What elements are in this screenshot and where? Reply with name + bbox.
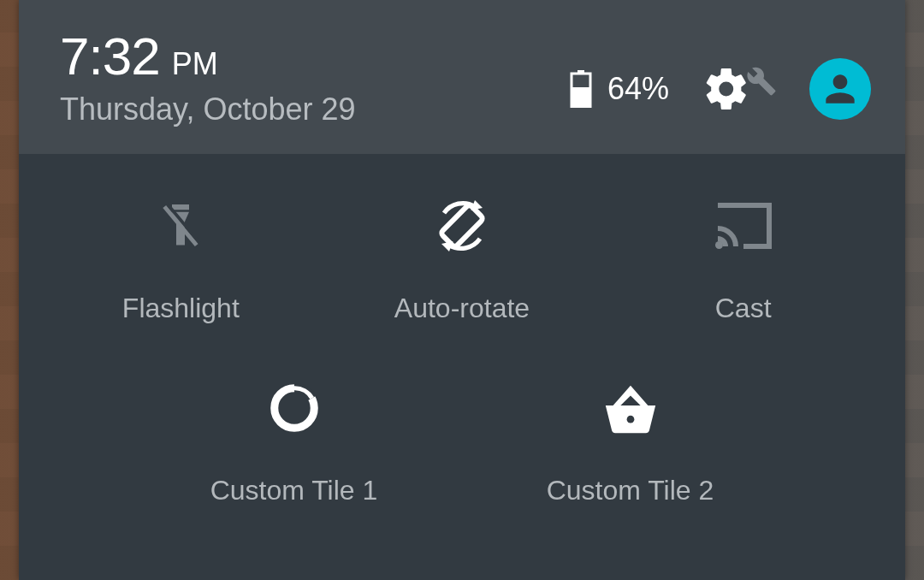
tile-label: Custom Tile 2 [547, 475, 714, 506]
shopping-basket-icon [600, 377, 661, 439]
tile-flashlight[interactable]: Flashlight [44, 195, 317, 324]
clock-ampm: PM [172, 46, 218, 82]
panel-header: 7:32 PM Thursday, October 29 64% [19, 0, 905, 154]
person-icon [819, 68, 862, 110]
wrench-icon [751, 81, 777, 97]
auto-rotate-icon [431, 195, 493, 257]
tiles-area: Flashlight Auto-rotate [19, 154, 905, 580]
tile-auto-rotate[interactable]: Auto-rotate [326, 195, 599, 324]
svg-point-14 [626, 416, 634, 423]
gear-icon [702, 64, 751, 114]
clock-time: 7:32 [60, 26, 160, 86]
clock-area[interactable]: 7:32 PM Thursday, October 29 [60, 26, 356, 127]
settings-button[interactable] [702, 64, 777, 114]
battery-indicator[interactable]: 64% [570, 70, 669, 108]
quick-settings-panel: 7:32 PM Thursday, October 29 64% [19, 0, 905, 580]
tile-label: Custom Tile 1 [210, 475, 378, 506]
clock-date: Thursday, October 29 [60, 92, 356, 127]
svg-rect-3 [172, 204, 189, 210]
tile-label: Cast [715, 293, 772, 324]
tile-custom-1[interactable]: Custom Tile 1 [130, 377, 458, 506]
tile-label: Flashlight [122, 293, 240, 324]
user-avatar[interactable] [809, 58, 871, 120]
tile-label: Auto-rotate [394, 293, 530, 324]
battery-percent: 64% [607, 71, 669, 107]
svg-point-10 [715, 241, 723, 249]
data-usage-icon [264, 377, 325, 439]
flashlight-off-icon [150, 195, 211, 257]
svg-rect-2 [572, 87, 590, 108]
status-area: 64% [570, 58, 871, 120]
battery-icon [570, 70, 592, 108]
tile-cast[interactable]: Cast [607, 195, 880, 324]
tile-custom-2[interactable]: Custom Tile 2 [466, 377, 794, 506]
cast-icon [713, 195, 774, 257]
